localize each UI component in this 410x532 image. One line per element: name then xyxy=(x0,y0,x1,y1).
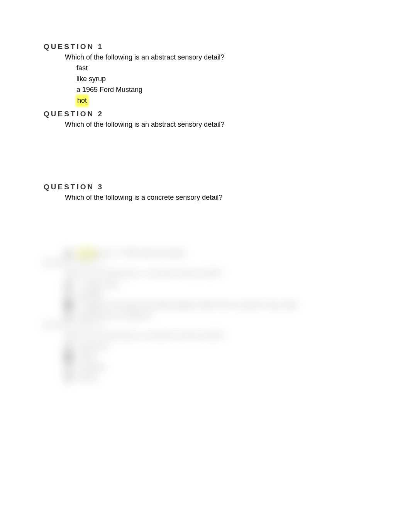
question-2: QUESTION 2 Which of the following is an … xyxy=(44,110,371,129)
question-prompt: Which of the following is a concrete sen… xyxy=(65,194,371,202)
question-title: QUESTION 2 xyxy=(44,110,371,118)
question-prompt: Which of the following is an abstract se… xyxy=(65,53,371,61)
option-text: fast xyxy=(76,63,88,73)
question-prompt: Which of the following is an abstract se… xyxy=(65,121,371,129)
question-1: QUESTION 1 Which of the following is an … xyxy=(44,42,371,106)
option-text: a 1965 Ford Mustang xyxy=(76,85,142,95)
option-row: like syrup xyxy=(65,74,371,84)
option-marker-icon xyxy=(65,75,73,83)
option-row: fast xyxy=(65,63,371,73)
option-marker-icon xyxy=(65,65,73,72)
option-marker-icon xyxy=(65,86,73,94)
option-text: like syrup xyxy=(76,74,106,84)
option-text-highlighted: hot xyxy=(76,95,88,106)
option-row: hot xyxy=(65,95,371,106)
option-marker-icon xyxy=(65,97,73,105)
question-title: QUESTION 3 xyxy=(44,183,371,191)
option-row: a 1965 Ford Mustang xyxy=(65,85,371,95)
question-title: QUESTION 1 xyxy=(44,42,371,51)
blurred-preview-region: rolling over a 7" Mid-sized mountain QUE… xyxy=(44,248,371,383)
question-3: QUESTION 3 Which of the following is a c… xyxy=(44,183,371,202)
